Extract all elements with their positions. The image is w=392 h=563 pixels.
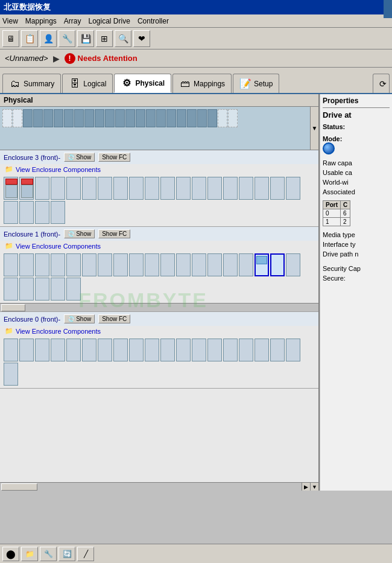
rack-scroll-right[interactable]: ▼	[310, 107, 318, 150]
tab-summary[interactable]: 🗂 Summary	[2, 74, 61, 93]
drive-unit[interactable]	[239, 177, 253, 200]
drive-unit[interactable]	[176, 177, 191, 200]
drive-unit[interactable]	[223, 253, 238, 276]
tab-mappings[interactable]: 🗃 Mappings	[172, 74, 232, 93]
menu-controller[interactable]: Controller	[138, 17, 169, 25]
toolbar-btn-6[interactable]: ⊞	[96, 30, 113, 47]
drive-unit[interactable]	[113, 339, 128, 361]
drive-unit[interactable]	[51, 177, 65, 200]
drive-unit[interactable]	[207, 177, 222, 200]
drive-unit[interactable]	[207, 339, 222, 361]
tab-logical[interactable]: 🗄 Logical	[62, 74, 113, 93]
drive-unit-selected[interactable]	[270, 253, 285, 276]
drive-unit[interactable]	[51, 278, 65, 301]
drive-unit[interactable]	[66, 339, 81, 361]
scroll-arrow-bottom[interactable]: ▼	[310, 483, 318, 491]
drive-unit[interactable]	[19, 339, 34, 361]
drive-unit[interactable]	[129, 177, 144, 200]
drive-unit[interactable]	[192, 253, 206, 276]
drive-unit[interactable]	[35, 339, 49, 361]
tab-extra[interactable]: ⟳	[373, 74, 390, 93]
drive-unit[interactable]	[98, 339, 112, 361]
drive-unit[interactable]	[207, 253, 222, 276]
bottom-btn-1[interactable]: ⬤	[2, 547, 19, 561]
enc1-scrollbar[interactable]	[0, 303, 318, 311]
drive-unit[interactable]	[51, 201, 65, 224]
drive-unit[interactable]	[4, 278, 18, 301]
bottom-scrollbar[interactable]: ▶ ▼	[0, 482, 318, 491]
scroll-thumb[interactable]	[1, 304, 25, 311]
drive-unit[interactable]	[4, 177, 18, 200]
toolbar-btn-8[interactable]: ❤	[133, 30, 150, 47]
drive-unit[interactable]	[4, 201, 18, 224]
tab-physical[interactable]: ⚙ Physical	[114, 74, 171, 93]
drive-unit[interactable]	[129, 253, 144, 276]
drive-unit[interactable]	[160, 177, 175, 200]
enclosure-scroll-area[interactable]: FROMBYTE Enclosure 3 (front)- 💿 Show Sho…	[0, 150, 318, 482]
bottom-btn-4[interactable]: 🔄	[58, 547, 75, 561]
drive-unit[interactable]	[286, 253, 300, 276]
drive-unit[interactable]	[113, 253, 128, 276]
toolbar-btn-3[interactable]: 👤	[40, 30, 57, 47]
enclosure-3-show-fc[interactable]: Show FC	[98, 153, 130, 162]
drive-unit[interactable]	[98, 253, 112, 276]
drive-unit[interactable]	[145, 339, 159, 361]
drive-unit[interactable]	[176, 253, 191, 276]
drive-unit[interactable]	[19, 278, 34, 301]
drive-unit[interactable]	[66, 253, 81, 276]
enclosure-1-show-drive[interactable]: 💿 Show	[64, 229, 95, 238]
enclosure-3-show-drive[interactable]: 💿 Show	[64, 153, 95, 162]
drive-unit[interactable]	[286, 339, 300, 361]
drive-unit[interactable]	[270, 177, 285, 200]
drive-unit[interactable]	[286, 177, 300, 200]
enclosure-3-view-components[interactable]: 📁 View Enclosure Components	[0, 164, 318, 174]
toolbar-btn-5[interactable]: 💾	[77, 30, 94, 47]
drive-unit[interactable]	[239, 339, 253, 361]
drive-unit[interactable]	[19, 201, 34, 224]
drive-unit[interactable]	[145, 253, 159, 276]
drive-unit[interactable]	[129, 339, 144, 361]
drive-unit[interactable]	[176, 339, 191, 361]
bottom-btn-3[interactable]: 🔧	[40, 547, 57, 561]
drive-unit[interactable]	[35, 177, 49, 200]
drive-unit[interactable]	[82, 253, 96, 276]
drive-unit[interactable]	[4, 363, 18, 386]
drive-unit[interactable]	[145, 177, 159, 200]
tab-setup[interactable]: 📝 Setup	[233, 74, 279, 93]
drive-unit[interactable]	[223, 339, 238, 361]
toolbar-btn-4[interactable]: 🔧	[58, 30, 75, 47]
drive-unit[interactable]	[254, 339, 269, 361]
drive-unit[interactable]	[160, 253, 175, 276]
drive-unit[interactable]	[4, 253, 18, 276]
drive-unit[interactable]	[4, 339, 18, 361]
scroll-arrow-right[interactable]: ▶	[302, 483, 310, 491]
drive-unit[interactable]	[223, 177, 238, 200]
drive-unit[interactable]	[51, 253, 65, 276]
drive-unit[interactable]	[35, 278, 49, 301]
drive-unit[interactable]	[66, 177, 81, 200]
drive-unit[interactable]	[19, 177, 34, 200]
menu-array[interactable]: Array	[64, 17, 81, 25]
enclosure-0-view-components[interactable]: 📁 View Enclosure Components	[0, 326, 318, 336]
drive-unit[interactable]	[192, 177, 206, 200]
drive-unit[interactable]	[19, 253, 34, 276]
enclosure-1-view-components[interactable]: 📁 View Enclosure Components	[0, 241, 318, 251]
menu-logical-drive[interactable]: Logical Drive	[89, 17, 130, 25]
toolbar-btn-1[interactable]: 🖥	[2, 30, 19, 47]
enclosure-0-show-fc[interactable]: Show FC	[98, 314, 130, 323]
drive-unit-selected[interactable]	[254, 253, 269, 276]
toolbar-btn-7[interactable]: 🔍	[115, 30, 131, 47]
menu-mappings[interactable]: Mappings	[25, 17, 57, 25]
h-scroll-thumb[interactable]	[1, 483, 37, 491]
bottom-btn-2[interactable]: 📁	[21, 547, 38, 561]
drive-unit[interactable]	[82, 177, 96, 200]
drive-unit[interactable]	[66, 278, 81, 301]
drive-unit[interactable]	[35, 253, 49, 276]
drive-unit[interactable]	[98, 177, 112, 200]
drive-unit[interactable]	[35, 201, 49, 224]
drive-unit[interactable]	[270, 339, 285, 361]
drive-unit[interactable]	[254, 177, 269, 200]
drive-unit[interactable]	[160, 339, 175, 361]
toolbar-btn-2[interactable]: 📋	[21, 30, 38, 47]
enclosure-0-show-drive[interactable]: 💿 Show	[64, 314, 95, 323]
